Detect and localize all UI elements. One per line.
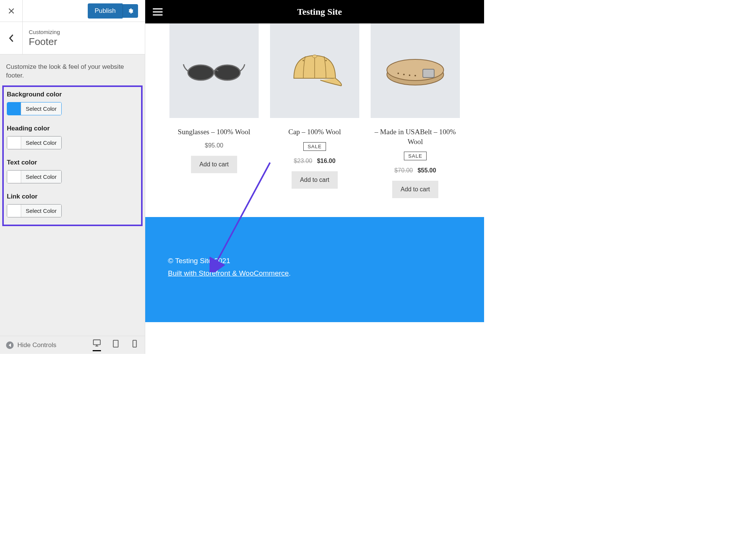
mobile-icon <box>130 340 139 348</box>
product-title: Sunglasses – 100% Wool <box>169 127 259 137</box>
cap-icon <box>283 48 347 93</box>
add-to-cart-button[interactable]: Add to cart <box>392 181 438 198</box>
footer-copyright: © Testing Site 2021 <box>168 255 461 267</box>
control-text-color: Text color Select Color <box>7 159 138 185</box>
add-to-cart-button[interactable]: Add to cart <box>191 156 237 173</box>
add-to-cart-button[interactable]: Add to cart <box>292 171 337 189</box>
product-title: – Made in USABelt – 100% Wool <box>371 127 460 146</box>
section-eyebrow: Customizing <box>29 29 60 35</box>
footer-link-suffix: . <box>289 269 291 277</box>
product-price: $70.00 $55.00 <box>371 167 460 174</box>
control-background-color: Background color Select Color <box>7 91 138 116</box>
select-color-button[interactable]: Select Color <box>21 102 61 115</box>
svg-point-14 <box>397 73 399 74</box>
control-label: Heading color <box>7 125 138 132</box>
belt-icon <box>381 52 449 90</box>
svg-point-11 <box>403 74 405 75</box>
section-description: Customize the look & feel of your websit… <box>0 54 145 85</box>
svg-point-4 <box>214 65 240 80</box>
color-swatch <box>7 171 21 183</box>
product-price-original: $70.00 <box>394 167 413 174</box>
color-swatch <box>7 102 21 115</box>
site-header: Testing Site <box>145 0 484 23</box>
svg-rect-1 <box>113 340 118 347</box>
svg-point-5 <box>312 55 317 58</box>
hamburger-icon <box>153 8 163 9</box>
control-heading-color: Heading color Select Color <box>7 125 138 150</box>
chevron-left-icon <box>9 34 14 42</box>
product-image <box>169 23 259 118</box>
select-color-button[interactable]: Select Color <box>21 205 61 217</box>
preview-mobile-button[interactable] <box>130 340 139 351</box>
color-swatch <box>7 136 21 149</box>
product-card[interactable]: Cap – 100% Wool SALE $23.00 $16.00 Add t… <box>270 23 359 189</box>
svg-point-6 <box>303 60 304 61</box>
publish-settings-button[interactable] <box>123 4 138 18</box>
preview-desktop-button[interactable] <box>93 339 101 351</box>
collapse-icon <box>6 341 14 349</box>
color-picker[interactable]: Select Color <box>7 136 62 149</box>
control-label: Text color <box>7 159 138 166</box>
close-customizer-button[interactable] <box>0 0 23 22</box>
select-color-button[interactable]: Select Color <box>21 171 61 183</box>
product-price: $95.00 <box>169 142 259 149</box>
product-card[interactable]: – Made in USABelt – 100% Wool SALE $70.0… <box>371 23 460 198</box>
tablet-icon <box>112 340 120 348</box>
product-price-sale: $16.00 <box>317 158 335 164</box>
back-button[interactable] <box>0 22 23 54</box>
desktop-icon <box>93 339 101 347</box>
control-link-color: Link color Select Color <box>7 193 138 219</box>
svg-rect-0 <box>93 340 100 345</box>
gear-icon <box>127 8 134 14</box>
color-picker[interactable]: Select Color <box>7 204 62 217</box>
product-title: Cap – 100% Wool <box>270 127 359 137</box>
menu-toggle-button[interactable] <box>153 8 163 16</box>
control-label: Background color <box>7 91 138 98</box>
product-price-sale: $55.00 <box>418 167 436 174</box>
sale-badge: SALE <box>303 142 326 151</box>
footer-credit-link[interactable]: Built with Storefront & WooCommerce <box>168 269 289 277</box>
preview-tablet-button[interactable] <box>112 340 120 351</box>
close-icon <box>8 8 15 14</box>
svg-point-7 <box>325 60 327 61</box>
svg-rect-10 <box>423 69 434 78</box>
svg-point-13 <box>414 75 416 76</box>
select-color-button[interactable]: Select Color <box>21 136 61 149</box>
product-price: $23.00 $16.00 <box>270 158 359 164</box>
site-footer: © Testing Site 2021 Built with Storefron… <box>145 217 484 322</box>
color-picker[interactable]: Select Color <box>7 102 62 115</box>
color-picker[interactable]: Select Color <box>7 170 62 183</box>
hide-controls-button[interactable]: Hide Controls <box>6 341 56 349</box>
product-price-original: $23.00 <box>294 158 312 164</box>
svg-point-3 <box>188 65 214 80</box>
product-card[interactable]: Sunglasses – 100% Wool $95.00 Add to car… <box>169 23 259 173</box>
publish-button[interactable]: Publish <box>88 3 123 19</box>
hide-controls-label: Hide Controls <box>17 341 56 349</box>
color-controls-highlight: Background color Select Color Heading co… <box>2 85 143 226</box>
control-label: Link color <box>7 193 138 200</box>
svg-point-9 <box>387 59 444 81</box>
product-image <box>371 23 460 118</box>
site-title[interactable]: Testing Site <box>297 7 342 17</box>
product-image <box>270 23 359 118</box>
sale-badge: SALE <box>404 152 426 160</box>
svg-rect-2 <box>133 340 136 347</box>
sunglasses-icon <box>182 57 246 84</box>
section-title: Footer <box>29 36 60 48</box>
color-swatch <box>7 205 21 217</box>
svg-point-12 <box>409 74 410 76</box>
